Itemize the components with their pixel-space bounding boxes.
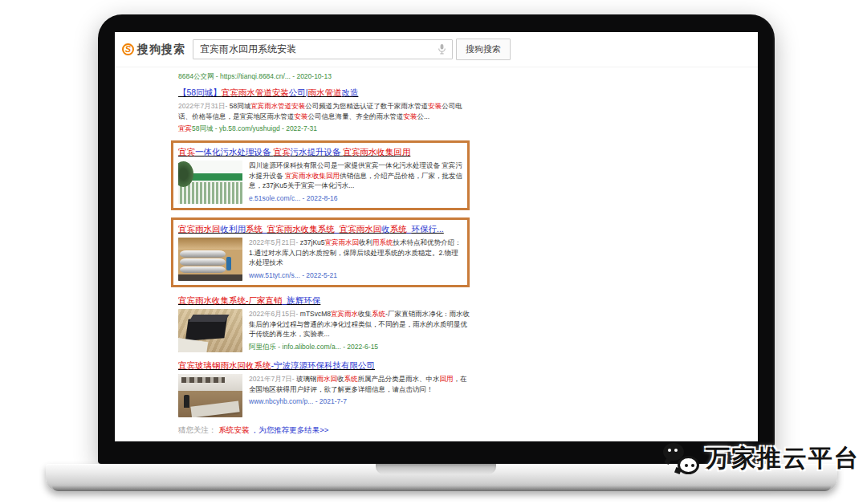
thumb-art xyxy=(180,250,226,258)
partial-result-footer: 8684公交网 - https://tianqi.8684.cn/... - 2… xyxy=(178,71,758,81)
related-keyword-link[interactable]: 系统安装 xyxy=(218,425,249,434)
laptop-mockup: S 搜狗搜索 搜狗搜索 8684公交网 - xyxy=(0,0,867,504)
thumb-art xyxy=(189,315,230,322)
search-input[interactable] xyxy=(193,39,453,59)
laptop-base-notch xyxy=(376,464,496,474)
result-snippet: 2022年6月15日- mTSvcM8宜宾雨水收集系统-厂家直销雨水净化：雨水收… xyxy=(249,309,472,339)
result-site-info: www.nbcyhb.com/p... - 2021-7-7 xyxy=(249,396,472,406)
result-text: 2022年6月15日- mTSvcM8宜宾雨水收集系统-厂家直销雨水净化：雨水收… xyxy=(249,309,472,352)
related-suggestion: 猜您关注： 系统安装 ，为您推荐更多结果>> xyxy=(115,425,758,436)
result-thumbnail[interactable] xyxy=(178,309,242,352)
search-box xyxy=(193,39,453,59)
result-site-info: 宜宾58同城 - yb.58.com/yushuigd - 2022-7-31 xyxy=(178,124,472,133)
result-body: 2022年6月15日- mTSvcM8宜宾雨水收集系统-厂家直销雨水净化：雨水收… xyxy=(178,309,472,352)
screen-content: S 搜狗搜索 搜狗搜索 8684公交网 - xyxy=(115,32,758,441)
thumb-art xyxy=(180,258,226,266)
result-title-link[interactable]: 宜宾雨水回收利用系统_宜宾雨水收集系统_宜宾雨水回收系统_环保行... xyxy=(178,223,462,235)
laptop-screen-bezel: S 搜狗搜索 搜狗搜索 8684公交网 - xyxy=(98,14,775,464)
related-more-link[interactable]: ，为您推荐更多结果>> xyxy=(251,425,329,434)
result-body: 2022年7月31日- 58同城宜宾雨水管道安装公司频道为您精选认证了数千家雨水… xyxy=(178,101,472,133)
search-header: S 搜狗搜索 搜狗搜索 xyxy=(115,32,758,67)
search-result: 宜宾雨水收集系统-厂家直销_族辉环保 2022年6月15日- mTSvcM8宜宾… xyxy=(178,295,472,352)
search-result: 【58同城】宜宾雨水管道安装公司|雨水管道改造 2022年7月31日- 58同城… xyxy=(178,87,472,133)
result-site-info: www.51tyt.cn/s... - 2022-5-21 xyxy=(249,270,462,280)
result-text: 2022年5月21日- z37jKu5宜宾雨水回收利用系统技术特点和优势介绍：1… xyxy=(249,238,462,281)
result-snippet: 2022年5月21日- z37jKu5宜宾雨水回收利用系统技术特点和优势介绍：1… xyxy=(249,238,462,268)
result-text: 四川途源环保科技有限公司是一家提供宜宾一体化污水处理设备 宜宾污水提升设备 宜宾… xyxy=(249,161,462,204)
watermark: 万家推云平台 xyxy=(663,441,860,475)
thumb-art xyxy=(178,274,242,281)
result-snippet: 2022年7月31日- 58同城宜宾雨水管道安装公司频道为您精选认证了数千家雨水… xyxy=(178,101,472,121)
result-title-link[interactable]: 宜宾玻璃钢雨水回收系统-宁波淳源环保科技有限公司 xyxy=(178,360,472,372)
sogou-logo-text: 搜狗搜索 xyxy=(137,43,185,57)
wechat-icon xyxy=(663,441,700,475)
thumb-art xyxy=(178,238,242,250)
result-snippet: 2021年7月7日- 玻璃钢雨水回收系统所属产品分类是雨水、中水回用，在全国地区… xyxy=(249,374,472,394)
result-title-link[interactable]: 【58同城】宜宾雨水管道安装公司|雨水管道改造 xyxy=(178,87,472,99)
result-text: 2022年7月31日- 58同城宜宾雨水管道安装公司频道为您精选认证了数千家雨水… xyxy=(178,101,472,133)
result-snippet: 四川途源环保科技有限公司是一家提供宜宾一体化污水处理设备 宜宾污水提升设备 宜宾… xyxy=(249,161,462,191)
sogou-logo[interactable]: S 搜狗搜索 xyxy=(122,43,185,57)
search-results: 8684公交网 - https://tianqi.8684.cn/... - 2… xyxy=(115,67,758,417)
result-title-link[interactable]: 宜宾雨水收集系统-厂家直销_族辉环保 xyxy=(178,295,472,307)
result-thumbnail[interactable] xyxy=(178,161,242,204)
wechat-small-bubble xyxy=(663,443,684,461)
thumb-art xyxy=(226,257,231,270)
result-thumbnail[interactable] xyxy=(178,374,242,417)
related-prefix: 猜您关注： xyxy=(178,425,217,434)
thumb-art xyxy=(184,395,189,408)
search-result: 宜宾玻璃钢雨水回收系统-宁波淳源环保科技有限公司 2021年7月7日- 玻璃钢雨… xyxy=(178,360,472,417)
search-button[interactable]: 搜狗搜索 xyxy=(456,39,511,60)
result-text: 2021年7月7日- 玻璃钢雨水回收系统所属产品分类是雨水、中水回用，在全国地区… xyxy=(249,374,472,417)
result-thumbnail[interactable] xyxy=(178,238,242,281)
microphone-icon[interactable] xyxy=(437,43,447,55)
result-body: 四川途源环保科技有限公司是一家提供宜宾一体化污水处理设备 宜宾污水提升设备 宜宾… xyxy=(178,161,462,204)
result-site-info: e.51sole.com/c... - 2022-8-16 xyxy=(249,193,462,203)
thumb-art xyxy=(181,377,225,383)
thumb-art xyxy=(180,266,226,274)
result-site-info: 阿里伯乐 - info.alibole.com/a... - 2022-6-15 xyxy=(249,342,472,352)
watermark-text: 万家推云平台 xyxy=(706,442,860,475)
search-result: 宜宾雨水回收利用系统_宜宾雨水收集系统_宜宾雨水回收系统_环保行... 2022… xyxy=(171,217,470,287)
result-title-link[interactable]: 宜宾一体化污水处理设备 宜宾污水提升设备 宜宾雨水收集回用 xyxy=(178,146,462,158)
result-body: 2021年7月7日- 玻璃钢雨水回收系统所属产品分类是雨水、中水回用，在全国地区… xyxy=(178,374,472,417)
result-body: 2022年5月21日- z37jKu5宜宾雨水回收利用系统技术特点和优势介绍：1… xyxy=(178,238,462,281)
sogou-s-icon: S xyxy=(122,43,134,55)
wechat-big-bubble xyxy=(678,456,699,474)
search-result: 宜宾一体化污水处理设备 宜宾污水提升设备 宜宾雨水收集回用 四川途源环保科技有限… xyxy=(171,140,470,210)
